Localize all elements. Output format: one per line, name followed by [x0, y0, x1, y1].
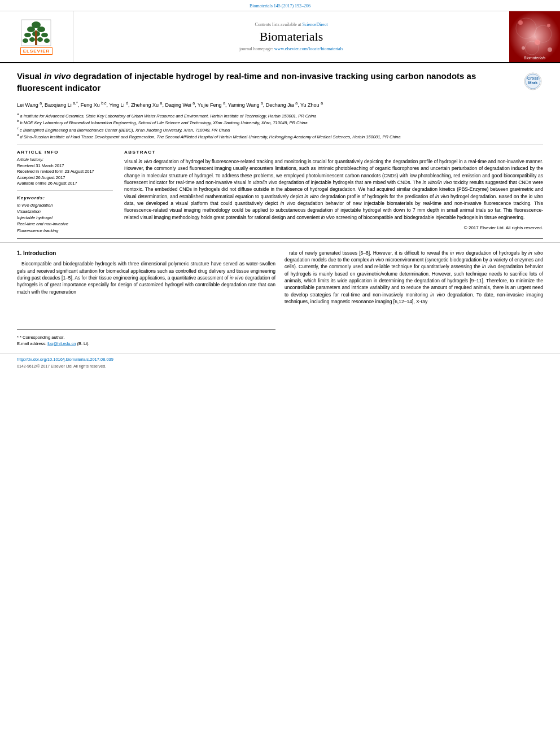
- svg-point-3: [37, 27, 45, 32]
- svg-text:Cross: Cross: [527, 76, 539, 80]
- keyword-4: Real-time and non-invasive: [17, 221, 113, 227]
- svg-point-9: [37, 37, 43, 42]
- footnote-star: * * Corresponding author.: [17, 335, 275, 341]
- article-title: Visual in vivo degradation of injectable…: [17, 70, 516, 94]
- elsevier-label: ELSEVIER: [20, 47, 53, 55]
- elsevier-tree-icon: [21, 19, 51, 46]
- email-label: E-mail address:: [17, 341, 46, 346]
- keyword-1: In vivo degradation: [17, 202, 113, 208]
- keyword-5: Fluorescence tracking: [17, 228, 113, 234]
- divider-2: [17, 190, 113, 191]
- article-content: Visual in vivo degradation of injectable…: [0, 63, 560, 234]
- svg-point-2: [27, 27, 35, 32]
- homepage-url[interactable]: www.elsevier.com/locate/biomaterials: [274, 46, 343, 51]
- intro-heading: 1. Introduction: [17, 250, 275, 258]
- crossmark-icon: Cross Mark: [524, 72, 542, 90]
- keyword-2: Visualization: [17, 208, 113, 215]
- svg-point-7: [23, 38, 28, 43]
- elsevier-logo: ELSEVIER: [20, 19, 53, 55]
- svg-point-18: [547, 24, 550, 27]
- science-direct-line: Contents lists available at ScienceDirec…: [255, 22, 328, 27]
- email-address[interactable]: lbq@hit.edu.cn: [47, 341, 76, 346]
- article-history-label: Article history:: [17, 157, 43, 162]
- intro-right-text: rate of newly generated tissues [6–8]. H…: [285, 250, 543, 305]
- svg-rect-11: [35, 30, 37, 45]
- received-date: Received 31 March 2017: [17, 163, 113, 169]
- two-col-section: ARTICLE INFO Article history: Received 3…: [17, 150, 543, 234]
- divider-1: [17, 145, 543, 145]
- page: Biomaterials 145 (2017) 192–206: [0, 0, 560, 747]
- footnote-area: * * Corresponding author. E-mail address…: [17, 329, 275, 347]
- copyright-line: © 2017 Elsevier Ltd. All rights reserved…: [124, 225, 543, 230]
- citation-text: Biomaterials 145 (2017) 192–206: [250, 3, 310, 8]
- article-info-heading: ARTICLE INFO: [17, 150, 113, 155]
- keywords-section: Keywords: In vivo degradation Visualizat…: [17, 195, 113, 234]
- keywords-list: In vivo degradation Visualization Inject…: [17, 202, 113, 234]
- science-direct-link[interactable]: ScienceDirect: [303, 22, 328, 27]
- keyword-3: Injectable hydrogel: [17, 215, 113, 221]
- article-history: Article history: Received 31 March 2017 …: [17, 157, 113, 187]
- svg-point-17: [518, 20, 523, 25]
- svg-rect-13: [509, 11, 560, 62]
- svg-point-20: [522, 46, 525, 50]
- journal-header: ELSEVIER Contents lists available at Sci…: [0, 11, 560, 63]
- footer-copyright: 0142-9612/© 2017 Elsevier Ltd. All right…: [17, 364, 543, 369]
- body-right-col: rate of newly generated tissues [6–8]. H…: [285, 250, 543, 347]
- email-names: (B. Li).: [77, 341, 89, 346]
- cover-art-icon: [509, 11, 560, 62]
- svg-point-19: [535, 40, 540, 45]
- journal-title: Biomaterials: [260, 29, 323, 44]
- keywords-heading: Keywords:: [17, 195, 113, 200]
- affiliations: a a Institute for Advanced Ceramics, Sta…: [17, 112, 543, 141]
- journal-info-center: Contents lists available at ScienceDirec…: [73, 11, 509, 62]
- abstract-text: Visual in vivo degradation of hydrogel b…: [124, 158, 543, 221]
- svg-point-10: [44, 38, 50, 43]
- svg-text:Mark: Mark: [528, 81, 537, 85]
- svg-point-6: [41, 33, 48, 37]
- revised-label: Received in revised form 23 August 2017: [17, 169, 113, 175]
- homepage-link-line: journal homepage: www.elsevier.com/locat…: [239, 46, 343, 51]
- accepted-date: Accepted 26 August 2017: [17, 175, 113, 181]
- doi-link[interactable]: http://dx.doi.org/10.1016/j.biomaterials…: [17, 357, 113, 362]
- body-left-col: 1. Introduction Biocompatible and biodeg…: [17, 250, 275, 347]
- authors-line: Lei Wang a, Baoqiang Li a,*, Feng Xu b,c…: [17, 101, 543, 110]
- crossmark-badge: Cross Mark: [523, 72, 543, 90]
- abstract-col: ABSTRACT Visual in vivo degradation of h…: [124, 150, 543, 234]
- intro-left-text: Biocompatible and biodegradable hydrogel…: [17, 260, 275, 295]
- svg-point-21: [548, 47, 552, 52]
- journal-citation-bar: Biomaterials 145 (2017) 192–206: [0, 0, 560, 11]
- svg-point-4: [24, 33, 31, 37]
- doi-line: http://dx.doi.org/10.1016/j.biomaterials…: [17, 357, 543, 363]
- article-body: 1. Introduction Biocompatible and biodeg…: [0, 242, 560, 353]
- abstract-heading: ABSTRACT: [124, 150, 543, 155]
- email-line: E-mail address: lbq@hit.edu.cn (B. Li).: [17, 341, 275, 347]
- elsevier-logo-box: ELSEVIER: [0, 11, 73, 62]
- article-info-col: ARTICLE INFO Article history: Received 3…: [17, 150, 113, 234]
- svg-point-8: [29, 37, 35, 42]
- article-footer: http://dx.doi.org/10.1016/j.biomaterials…: [0, 353, 560, 373]
- article-title-section: Visual in vivo degradation of injectable…: [17, 70, 543, 96]
- journal-cover-image: Biomaterials: [509, 11, 560, 62]
- available-date: Available online 26 August 2017: [17, 181, 113, 187]
- cover-journal-label: Biomaterials: [509, 56, 560, 60]
